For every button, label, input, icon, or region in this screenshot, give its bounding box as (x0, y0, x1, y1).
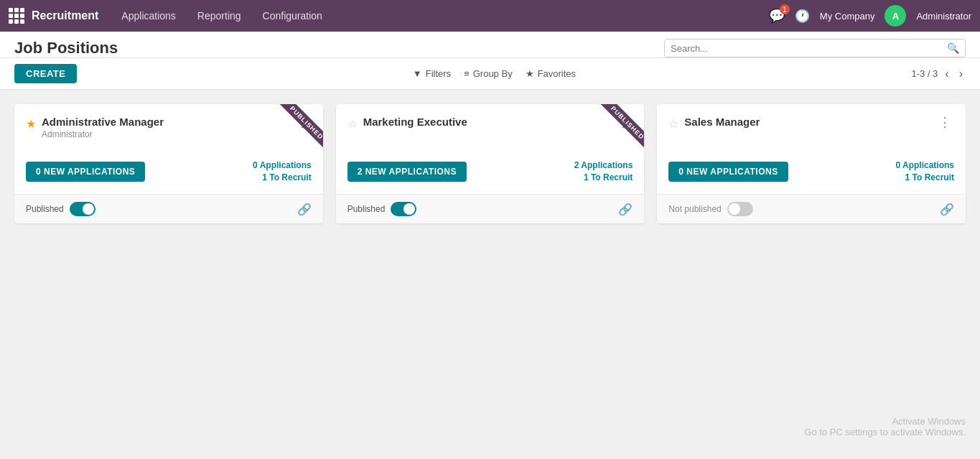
job-card: ☆ Sales Manager ⋮ 0 NEW APPLICATIONS 0 A… (657, 104, 966, 223)
logo[interactable]: Recruitment (9, 8, 98, 24)
groupby-button[interactable]: ≡ Group By (464, 68, 513, 79)
apps-stats: 2 Applications 1 To Recruit (574, 160, 633, 182)
prev-page-button[interactable]: ‹ (942, 66, 951, 82)
toolbar-filters: ▼ Filters ≡ Group By ★ Favorites (413, 68, 576, 79)
grid-icon[interactable] (9, 8, 24, 24)
ribbon-label: PUBLISHED (601, 104, 644, 149)
published-toggle[interactable] (727, 202, 753, 216)
filter-icon: ▼ (413, 68, 422, 79)
search-bar[interactable]: 🔍 (664, 39, 966, 57)
filters-label: Filters (426, 68, 451, 79)
published-row: Published (26, 202, 95, 216)
applications-count[interactable]: 0 Applications (895, 160, 954, 170)
published-ribbon: PUBLISHED (587, 104, 644, 162)
published-toggle[interactable] (391, 202, 416, 216)
company-name[interactable]: My Company (820, 11, 875, 22)
app-name[interactable]: Recruitment (32, 9, 98, 22)
card-title[interactable]: Sales Manager (684, 116, 760, 128)
nav-reporting[interactable]: Reporting (189, 6, 250, 26)
applications-count[interactable]: 2 Applications (574, 160, 633, 170)
search-input[interactable] (671, 43, 947, 54)
card-title[interactable]: Marketing Executive (363, 116, 467, 128)
topnav-menu: Applications Reporting Configuration (113, 6, 768, 26)
card-footer: Not published 🔗 (657, 194, 966, 223)
card-header: ★ Administrative Manager Administrator ⋮… (14, 104, 323, 154)
search-icon: 🔍 (947, 42, 959, 54)
card-title-row: ☆ Sales Manager (668, 116, 935, 131)
star-button[interactable]: ☆ (668, 117, 678, 131)
create-button[interactable]: CREATE (14, 64, 77, 83)
published-ribbon: PUBLISHED (266, 104, 323, 162)
applications-count[interactable]: 0 Applications (253, 160, 312, 170)
card-footer: Published 🔗 (14, 194, 323, 223)
page-title: Job Positions (14, 39, 118, 57)
job-card: ★ Administrative Manager Administrator ⋮… (14, 104, 323, 223)
card-title-row: ★ Administrative Manager Administrator (26, 116, 293, 139)
link-icon[interactable]: 🔗 (297, 203, 312, 216)
pagination-info: 1-3 / 3 (911, 68, 938, 79)
card-header: ☆ Marketing Executive ⋮ PUBLISHED (336, 104, 645, 154)
card-menu-button[interactable]: ⋮ (935, 114, 954, 130)
favorites-label: Favorites (538, 68, 576, 79)
recruit-count[interactable]: 1 To Recruit (253, 172, 312, 182)
published-row: Not published (668, 202, 752, 216)
card-title-row: ☆ Marketing Executive (347, 116, 615, 131)
star-button[interactable]: ★ (26, 117, 36, 131)
job-card: ☆ Marketing Executive ⋮ PUBLISHED 2 NEW … (336, 104, 645, 223)
card-title-info: Marketing Executive (363, 116, 467, 128)
cards-area: ★ Administrative Manager Administrator ⋮… (0, 90, 980, 238)
card-title[interactable]: Administrative Manager (42, 116, 164, 128)
pagination: 1-3 / 3 ‹ › (911, 66, 966, 82)
new-applications-button[interactable]: 0 NEW APPLICATIONS (668, 162, 788, 182)
star-icon: ★ (526, 68, 534, 79)
link-icon[interactable]: 🔗 (618, 203, 633, 216)
toolbar: CREATE ▼ Filters ≡ Group By ★ Favorites … (0, 58, 980, 90)
nav-configuration[interactable]: Configuration (254, 6, 331, 26)
ribbon-label: PUBLISHED (279, 104, 322, 149)
recruit-count[interactable]: 1 To Recruit (574, 172, 633, 182)
topnav: Recruitment Applications Reporting Confi… (0, 0, 980, 32)
groupby-label: Group By (473, 68, 513, 79)
card-title-info: Sales Manager (684, 116, 760, 128)
filters-button[interactable]: ▼ Filters (413, 68, 451, 79)
favorites-button[interactable]: ★ Favorites (526, 68, 576, 79)
published-status: Published (347, 204, 386, 214)
apps-stats: 0 Applications 1 To Recruit (253, 160, 312, 182)
new-applications-button[interactable]: 0 NEW APPLICATIONS (26, 162, 145, 182)
recruit-count[interactable]: 1 To Recruit (895, 172, 954, 182)
groupby-icon: ≡ (464, 68, 470, 79)
topnav-right: 💬 1 🕐 My Company A Administrator (769, 5, 971, 27)
user-name[interactable]: Administrator (916, 11, 971, 22)
star-button[interactable]: ☆ (347, 117, 358, 131)
card-subtitle: Administrator (42, 129, 164, 139)
published-row: Published (347, 202, 417, 216)
published-toggle[interactable] (70, 202, 95, 216)
subheader: Job Positions 🔍 (0, 32, 980, 58)
clock-button[interactable]: 🕐 (795, 9, 810, 24)
apps-stats: 0 Applications 1 To Recruit (895, 160, 954, 182)
published-status: Not published (668, 204, 721, 214)
link-icon[interactable]: 🔗 (940, 203, 954, 216)
notification-badge: 1 (780, 4, 790, 14)
next-page-button[interactable]: › (956, 66, 966, 82)
card-body: 0 NEW APPLICATIONS 0 Applications 1 To R… (657, 154, 966, 194)
card-title-info: Administrative Manager Administrator (42, 116, 164, 139)
published-status: Published (26, 204, 64, 214)
notification-button[interactable]: 💬 1 (769, 8, 785, 24)
card-footer: Published 🔗 (336, 194, 645, 223)
nav-applications[interactable]: Applications (113, 6, 185, 26)
new-applications-button[interactable]: 2 NEW APPLICATIONS (347, 162, 467, 182)
avatar[interactable]: A (885, 5, 906, 27)
card-header: ☆ Sales Manager ⋮ (657, 104, 966, 154)
